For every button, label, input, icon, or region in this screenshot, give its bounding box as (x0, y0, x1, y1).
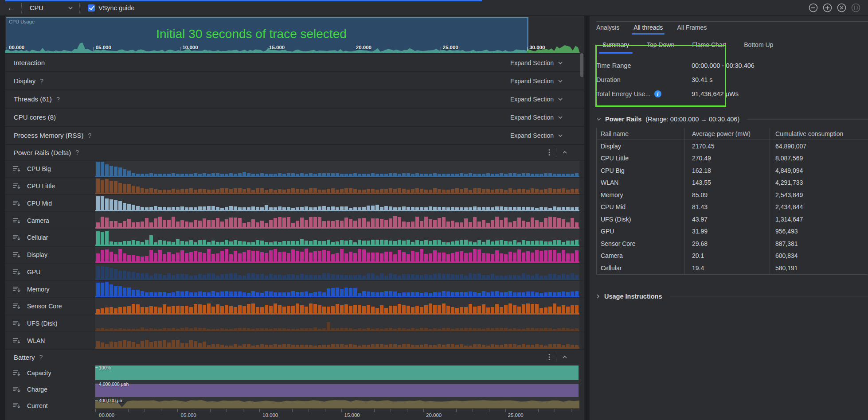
back-button[interactable]: ← (4, 2, 19, 14)
battery-label-current[interactable]: Current (5, 397, 95, 420)
rail-label[interactable]: UFS (Disk) (5, 315, 95, 332)
help-icon[interactable]: ? (40, 78, 43, 85)
info-icon[interactable]: i (654, 90, 661, 97)
rail-chart-cpu-little[interactable] (95, 178, 579, 194)
rail-label[interactable]: Display (5, 247, 95, 263)
process-selector-dropdown[interactable]: CPU (24, 2, 77, 14)
rail-label[interactable]: Memory (5, 281, 95, 297)
analysis-panel: AnalysisAll threadsAll Frames SummaryTop… (590, 16, 868, 420)
power-rails-section-header[interactable]: Power Rails (Delta) ? (5, 144, 584, 160)
minimize-track-icon[interactable] (13, 338, 20, 344)
column-header[interactable]: Rail name (597, 130, 684, 137)
rail-label[interactable]: CPU Mid (5, 195, 95, 211)
power-rails-heading[interactable]: Power Rails (Range: 00:00.000 → 00:30.40… (596, 116, 868, 123)
minimize-track-icon[interactable] (13, 370, 20, 376)
rail-chart-sensor-core[interactable] (95, 298, 579, 315)
table-row-cpu-big[interactable]: CPU Big162.184,849,094 (597, 164, 868, 177)
kebab-menu-icon[interactable] (548, 149, 550, 156)
help-icon[interactable]: ? (39, 354, 43, 361)
section-row-cpu-cores-8-[interactable]: CPU cores (8)Expand Section (5, 108, 584, 126)
section-row-process-memory-rss-[interactable]: Process Memory (RSS)?Expand Section (5, 126, 584, 144)
table-row-sensor-core[interactable]: Sensor Core29.68887,381 (597, 237, 868, 250)
rail-label[interactable]: Cellular (5, 229, 95, 246)
rail-label[interactable]: CPU Big (5, 161, 95, 177)
rail-label[interactable]: Camera (5, 212, 95, 229)
column-header[interactable]: Average power (mW) (684, 130, 770, 137)
minimize-track-icon[interactable] (13, 183, 20, 189)
tab-all-threads[interactable]: All threads (633, 24, 663, 35)
minimize-track-icon[interactable] (13, 269, 20, 275)
help-icon[interactable]: ? (88, 132, 92, 139)
usage-instructions-row[interactable]: Usage Instructions (596, 293, 868, 300)
expand-section-button[interactable]: Expand Section (510, 96, 563, 103)
battery-chart-current[interactable]: 00.00005.00010.00015.00020.00025.00030.0… (95, 397, 579, 420)
help-icon[interactable]: ? (75, 149, 79, 156)
table-row-gpu[interactable]: GPU31.99956,493 (597, 226, 868, 238)
battery-section-header[interactable]: Battery ? (5, 349, 584, 365)
table-row-cellular[interactable]: Cellular19.4580,191 (597, 262, 868, 274)
battery-label-capacity[interactable]: Capacity (5, 365, 95, 381)
section-row-threads-61-[interactable]: Threads (61)?Expand Section (5, 89, 584, 108)
panel-divider[interactable] (586, 16, 587, 420)
rail-chart-cpu-mid[interactable] (95, 195, 579, 211)
minimize-track-icon[interactable] (13, 386, 20, 393)
battery-chart-capacity[interactable]: 100% (95, 365, 579, 381)
battery-label-charge[interactable]: Charge (5, 381, 95, 397)
reset-zoom-button[interactable] (837, 3, 847, 13)
rail-label[interactable]: Sensor Core (5, 298, 95, 315)
zoom-in-button[interactable] (822, 3, 833, 13)
rail-chart-memory[interactable] (95, 281, 579, 297)
help-icon[interactable]: ? (56, 96, 60, 103)
minimize-track-icon[interactable] (13, 320, 20, 327)
column-header[interactable]: Cumulative consumption (770, 130, 868, 137)
table-row-wlan[interactable]: WLAN143.554,291,733 (597, 177, 868, 189)
collapse-section-icon[interactable] (562, 355, 567, 359)
table-row-memory[interactable]: Memory85.092,543,849 (597, 189, 868, 201)
subtab-bottom-up[interactable]: Bottom Up (743, 36, 774, 54)
table-row-cpu-little[interactable]: CPU Little270.498,087,569 (597, 152, 868, 165)
minimize-track-icon[interactable] (13, 252, 20, 258)
rail-label[interactable]: CPU Little (5, 178, 95, 194)
table-row-ufs-disk-[interactable]: UFS (Disk)43.971,314,647 (597, 213, 868, 226)
vertical-scrollbar-thumb[interactable] (580, 53, 583, 77)
rail-chart-wlan[interactable] (95, 332, 579, 349)
expand-section-button[interactable]: Expand Section (510, 59, 563, 66)
section-row-display[interactable]: Display?Expand Section (5, 71, 584, 89)
table-cell: 143.55 (684, 179, 770, 186)
subtab-top-down[interactable]: Top Down (646, 36, 675, 54)
expand-section-button[interactable]: Expand Section (510, 78, 563, 85)
zoom-out-button[interactable] (808, 3, 818, 13)
table-row-cpu-mid[interactable]: CPU Mid81.432,434,844 (597, 201, 868, 214)
rail-name: UFS (Disk) (27, 320, 57, 327)
rail-chart-ufs-disk-[interactable] (95, 315, 579, 332)
section-row-interaction[interactable]: InteractionExpand Section (5, 53, 584, 71)
kebab-menu-icon[interactable] (548, 354, 550, 361)
zoom-to-selection-button[interactable] (851, 3, 861, 13)
table-row-display[interactable]: Display2170.4564,890,007 (597, 140, 868, 152)
minimize-track-icon[interactable] (13, 402, 20, 408)
collapse-section-icon[interactable] (562, 151, 567, 154)
subtab-flame-chart[interactable]: Flame Chart (691, 36, 727, 54)
vsync-guide-checkbox[interactable] (88, 4, 95, 12)
minimize-track-icon[interactable] (13, 200, 20, 206)
minimize-track-icon[interactable] (13, 166, 20, 172)
rail-chart-display[interactable] (95, 247, 579, 263)
minimize-track-icon[interactable] (13, 303, 20, 309)
minimize-track-icon[interactable] (13, 286, 20, 292)
tab-all-frames[interactable]: All Frames (677, 24, 707, 35)
tab-analysis[interactable]: Analysis (596, 24, 619, 35)
battery-chart-charge[interactable]: 4,000,000 μah (95, 381, 579, 397)
rail-chart-gpu[interactable] (95, 264, 579, 280)
rail-chart-cpu-big[interactable] (95, 161, 579, 177)
rail-chart-camera[interactable] (95, 212, 579, 229)
minimize-track-icon[interactable] (13, 218, 20, 224)
subtab-summary[interactable]: Summary (602, 36, 630, 54)
rail-label[interactable]: GPU (5, 264, 95, 280)
expand-section-button[interactable]: Expand Section (510, 114, 563, 121)
rail-chart-cellular[interactable] (95, 229, 579, 246)
table-row-camera[interactable]: Camera20.1600,834 (597, 250, 868, 262)
expand-section-button[interactable]: Expand Section (510, 132, 563, 139)
rail-label[interactable]: WLAN (5, 332, 95, 349)
cpu-usage-minimap[interactable]: CPU Usage Initial 30 seconds of trace se… (5, 17, 584, 53)
minimize-track-icon[interactable] (13, 234, 20, 241)
